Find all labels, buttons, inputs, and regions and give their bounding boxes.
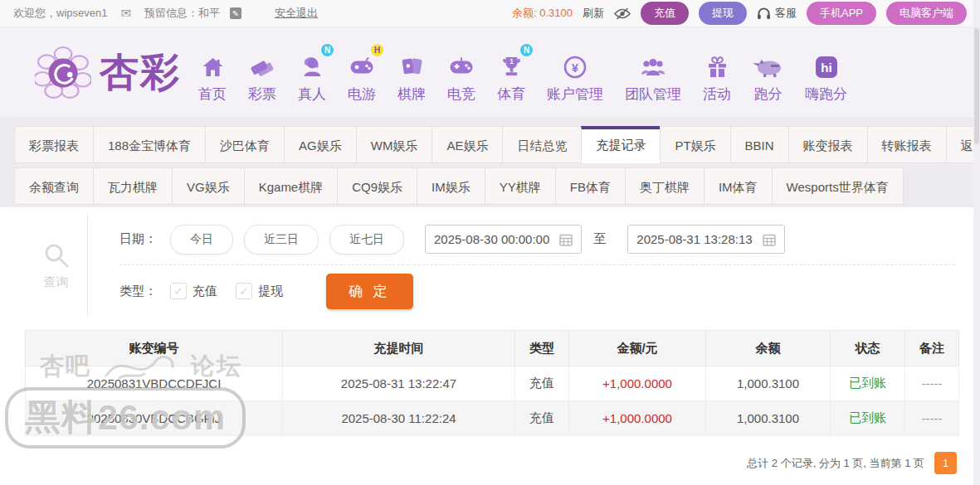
headset-icon xyxy=(757,7,771,20)
refresh-button[interactable]: 刷新 xyxy=(583,6,604,21)
date-filter-row: 日期： 今日近三日近七日 2025-08-30 00:00:00 至 2025-… xyxy=(119,214,955,265)
tab-FB体育[interactable]: FB体育 xyxy=(555,167,626,205)
nav-item-esports[interactable]: 电竞 xyxy=(436,42,486,104)
tab-沙巴体育[interactable]: 沙巴体育 xyxy=(205,126,285,163)
gamepad-icon xyxy=(349,52,374,82)
tab-奥丁棋牌[interactable]: 奥丁棋牌 xyxy=(625,167,705,205)
tab-BBIN[interactable]: BBIN xyxy=(730,126,789,163)
nav-label-sports: 体育 xyxy=(497,85,525,104)
quick-date-button-2[interactable]: 近七日 xyxy=(329,225,404,255)
reserved-info-text: 预留信息：和平 xyxy=(144,6,220,21)
nav-item-home[interactable]: 首页 xyxy=(188,42,237,104)
nav-label-live: 真人 xyxy=(298,85,326,104)
live-person-icon xyxy=(301,52,324,82)
nav-item-sports[interactable]: 1N体育 xyxy=(486,42,536,104)
tab-WM娱乐[interactable]: WM娱乐 xyxy=(356,126,433,163)
topbar: 欢迎您，wipseven1 ✉ 预留信息：和平 ✎ 安全退出 余额: 0.310… xyxy=(0,0,980,27)
quick-date-button-1[interactable]: 近三日 xyxy=(244,225,319,255)
pc-client-button[interactable]: 电脑客户端 xyxy=(886,2,967,25)
calendar-icon[interactable] xyxy=(763,233,776,246)
type-filter-row: 类型： ✓充值✓提现 确 定 xyxy=(119,265,955,317)
scrollbar[interactable] xyxy=(973,0,980,485)
tab-VG娱乐[interactable]: VG娱乐 xyxy=(172,167,245,205)
nav-label-esports: 电竞 xyxy=(447,85,475,104)
checkbox-recharge-label: 充值 xyxy=(193,284,217,299)
col-header-4: 余额 xyxy=(706,331,831,366)
date-to-input[interactable]: 2025-08-31 13:28:13 xyxy=(627,225,784,254)
tab-IM娱乐[interactable]: IM娱乐 xyxy=(417,167,485,205)
checkbox-withdraw[interactable]: ✓提现 xyxy=(236,283,283,299)
withdraw-button[interactable]: 提现 xyxy=(699,2,747,25)
nav-item-live[interactable]: N真人 xyxy=(287,42,337,104)
page-button-1[interactable]: 1 xyxy=(934,452,957,474)
cell-id: 20250830VBDCCBGFIJ xyxy=(26,401,283,436)
cell-status: 已到账 xyxy=(831,401,905,436)
tab-IM体育[interactable]: IM体育 xyxy=(704,167,773,205)
calendar-icon[interactable] xyxy=(559,233,573,246)
tab-账变报表[interactable]: 账变报表 xyxy=(788,126,868,163)
tab-充提记录[interactable]: 充提记录 xyxy=(581,126,661,163)
nav-label-hipaofen: 嗨跑分 xyxy=(805,85,847,104)
nav-item-paofen[interactable]: 跑分 xyxy=(742,42,794,104)
cell-type: 充值 xyxy=(515,366,569,401)
recharge-button[interactable]: 充值 xyxy=(641,2,689,25)
scrollbar-thumb[interactable] xyxy=(974,28,979,144)
tab-Kgame棋牌[interactable]: Kgame棋牌 xyxy=(244,167,339,205)
filter-panel: 查询 日期： 今日近三日近七日 2025-08-30 00:00:00 至 20… xyxy=(25,214,955,317)
tab-PT娱乐[interactable]: PT娱乐 xyxy=(660,126,730,163)
mobile-app-button[interactable]: 手机APP xyxy=(807,2,876,25)
confirm-button[interactable]: 确 定 xyxy=(326,274,413,309)
col-header-0: 账变编号 xyxy=(26,331,283,366)
cell-status: 已到账 xyxy=(831,366,905,401)
quick-date-buttons: 今日近三日近七日 xyxy=(170,225,415,255)
nav-item-egame[interactable]: H电游 xyxy=(337,42,387,104)
cell-remark: ----- xyxy=(905,366,959,401)
welcome-text: 欢迎您，wipseven1 xyxy=(13,6,107,21)
logout-link[interactable]: 安全退出 xyxy=(275,6,318,21)
tab-Wesports世界体育[interactable]: Wesports世界体育 xyxy=(772,167,904,205)
tab-日结总览[interactable]: 日结总览 xyxy=(502,126,582,163)
checkbox-withdraw-box[interactable]: ✓ xyxy=(236,283,252,299)
checkbox-recharge-box[interactable]: ✓ xyxy=(170,283,187,299)
svg-text:¥: ¥ xyxy=(572,60,579,74)
cell-remark: ----- xyxy=(905,401,959,436)
tab-YY棋牌[interactable]: YY棋牌 xyxy=(485,167,556,205)
tab-转账报表[interactable]: 转账报表 xyxy=(867,126,947,163)
badge-n-icon: N xyxy=(520,44,533,56)
tab-row-2: 余额查询瓦力棋牌VG娱乐Kgame棋牌CQ9娱乐IM娱乐YY棋牌FB体育奥丁棋牌… xyxy=(15,167,965,205)
nav-label-paofen: 跑分 xyxy=(754,85,783,104)
customer-service-link[interactable]: 客服 xyxy=(757,6,797,21)
records-tbody: 20250831VBDCCDFJCI2025-08-31 13:22:47充值+… xyxy=(26,366,959,436)
nav-item-board[interactable]: 棋牌 xyxy=(387,42,436,104)
quick-date-button-0[interactable]: 今日 xyxy=(170,225,233,255)
gift-icon xyxy=(707,52,728,82)
query-block[interactable]: 查询 xyxy=(25,214,88,317)
tab-余额查询[interactable]: 余额查询 xyxy=(14,167,94,205)
tab-彩票报表[interactable]: 彩票报表 xyxy=(14,126,94,163)
nav-item-account[interactable]: ¥账户管理 xyxy=(536,42,614,104)
nav-label-board: 棋牌 xyxy=(397,85,426,104)
to-label: 至 xyxy=(593,231,606,247)
tab-CQ9娱乐[interactable]: CQ9娱乐 xyxy=(337,167,417,205)
tab-AG娱乐[interactable]: AG娱乐 xyxy=(284,126,357,163)
type-checkboxes: ✓充值✓提现 xyxy=(170,283,301,299)
date-label: 日期： xyxy=(119,231,157,247)
nav-item-lottery[interactable]: 彩票 xyxy=(237,42,287,104)
date-from-input[interactable]: 2025-08-30 00:00:00 xyxy=(425,225,582,254)
nav-item-activity[interactable]: 活动 xyxy=(692,42,742,104)
tab-188金宝博体育[interactable]: 188金宝博体育 xyxy=(93,126,206,163)
tab-瓦力棋牌[interactable]: 瓦力棋牌 xyxy=(93,167,173,205)
rhino-icon xyxy=(753,52,783,82)
nav-item-hipaofen[interactable]: hi嗨跑分 xyxy=(794,42,858,104)
topbar-actions: 余额: 0.3100 刷新 充值 提现 客服 手机APP 电脑客户端 xyxy=(512,2,967,25)
logo[interactable]: 杏彩 xyxy=(35,46,181,99)
eye-slash-icon[interactable] xyxy=(614,7,631,20)
message-icon[interactable]: ✉ xyxy=(120,6,131,21)
checkbox-recharge[interactable]: ✓充值 xyxy=(170,283,217,299)
cell-balance: 1,000.3100 xyxy=(706,366,831,401)
query-label: 查询 xyxy=(44,274,69,290)
nav-item-team[interactable]: 团队管理 xyxy=(614,42,692,104)
tab-AE娱乐[interactable]: AE娱乐 xyxy=(431,126,503,163)
type-label: 类型： xyxy=(119,284,157,299)
edit-icon[interactable]: ✎ xyxy=(230,7,241,19)
